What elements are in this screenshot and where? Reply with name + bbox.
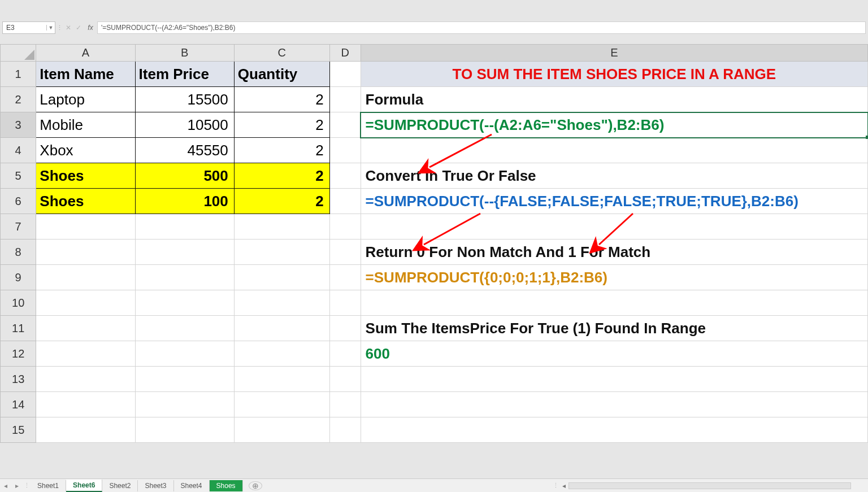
row-header[interactable]: 12 [1,341,36,367]
row-header[interactable]: 8 [1,240,36,265]
cell-E3[interactable]: =SUMPRODUCT(--(A2:A6="Shoes"),B2:B6) [361,112,867,138]
tab-nav-prev-icon[interactable]: ◂ [0,482,11,490]
cell-B3[interactable]: 10500 [135,112,234,138]
row-header[interactable]: 14 [1,392,36,417]
cell-A12[interactable] [36,341,135,367]
cell-D10[interactable] [329,290,361,316]
cell-D4[interactable] [329,138,361,163]
cell-A2[interactable]: Laptop [36,87,135,112]
cell-A1[interactable]: Item Name [36,62,135,87]
sheet-tab[interactable]: Sheet4 [174,480,210,491]
sheet-tab[interactable]: Sheet3 [138,480,173,491]
cell-B7[interactable] [135,214,234,240]
row-header[interactable]: 15 [1,417,36,443]
cell-D9[interactable] [329,265,361,290]
name-box[interactable]: E3 ▼ [2,21,55,34]
row-header[interactable]: 2 [1,87,36,112]
scroll-left-icon[interactable]: ◂ [559,482,568,490]
cell-C3[interactable]: 2 [234,112,329,138]
scroll-track[interactable] [568,482,851,489]
cell-A10[interactable] [36,290,135,316]
cell-D5[interactable] [329,163,361,189]
sheet-tab[interactable]: Sheet2 [102,480,138,491]
cell-C9[interactable] [234,265,329,290]
cell-B5[interactable]: 500 [135,163,234,189]
cell-C4[interactable]: 2 [234,138,329,163]
cell-B2[interactable]: 15500 [135,87,234,112]
cell-C8[interactable] [234,240,329,265]
sheet-tab[interactable]: Sheet6 [66,480,102,492]
cell-B10[interactable] [135,290,234,316]
row-header[interactable]: 5 [1,163,36,189]
cell-B1[interactable]: Item Price [135,62,234,87]
cell-E9[interactable]: =SUMPRODUCT({0;0;0;1;1},B2:B6) [361,265,867,290]
row-header[interactable]: 10 [1,290,36,316]
cell-B11[interactable] [135,316,234,341]
cell-D8[interactable] [329,240,361,265]
row-header[interactable]: 9 [1,265,36,290]
cell-E12[interactable]: 600 [361,341,867,367]
col-header-D[interactable]: D [329,45,361,62]
col-header-B[interactable]: B [135,45,234,62]
row-header[interactable]: 3 [1,112,36,138]
tab-nav-next-icon[interactable]: ▸ [11,482,23,490]
chevron-down-icon[interactable]: ▼ [46,25,55,31]
cell-E2[interactable]: Formula [361,87,867,112]
cell-C2[interactable]: 2 [234,87,329,112]
add-sheet-icon[interactable]: ⊕ [249,481,262,490]
spreadsheet-grid[interactable]: A B C D E 1 Item Name Item Price Quantit… [0,44,868,443]
cell-E10[interactable] [361,290,867,316]
cell-E5[interactable]: Convert In True Or False [361,163,867,189]
cell-C12[interactable] [234,341,329,367]
cell-B6[interactable]: 100 [135,189,234,214]
cell-A4[interactable]: Xbox [36,138,135,163]
sheet-tab[interactable]: Shoes [210,480,243,491]
row-header[interactable]: 6 [1,189,36,214]
cell-E4[interactable] [361,138,867,163]
cell-C7[interactable] [234,214,329,240]
col-header-A[interactable]: A [36,45,135,62]
cell-C6[interactable]: 2 [234,189,329,214]
cell-C5[interactable]: 2 [234,163,329,189]
cell-A8[interactable] [36,240,135,265]
cell-C10[interactable] [234,290,329,316]
cell-E1[interactable]: TO SUM THE ITEM SHOES PRICE IN A RANGE [361,62,867,87]
row-header[interactable]: 13 [1,367,36,392]
row-header[interactable]: 11 [1,316,36,341]
cell-A11[interactable] [36,316,135,341]
cell-C1[interactable]: Quantity [234,62,329,87]
col-header-C[interactable]: C [234,45,329,62]
sheet-tab[interactable]: Sheet1 [31,480,66,491]
cell-B8[interactable] [135,240,234,265]
cell-A7[interactable] [36,214,135,240]
cell-D1[interactable] [329,62,361,87]
cell-A9[interactable] [36,265,135,290]
cell-A6[interactable]: Shoes [36,189,135,214]
cell-D11[interactable] [329,316,361,341]
cell-D12[interactable] [329,341,361,367]
cell-D7[interactable] [329,214,361,240]
select-all-corner[interactable] [1,45,36,62]
cell-B12[interactable] [135,341,234,367]
formula-input[interactable]: '=SUMPRODUCT(--(A2:A6="Shoes"),B2:B6) [97,21,866,34]
cell-E7[interactable] [361,214,867,240]
cell-B9[interactable] [135,265,234,290]
cell-C11[interactable] [234,316,329,341]
cancel-formula-icon[interactable]: ✕ [63,24,73,32]
accept-formula-icon[interactable]: ✓ [73,24,84,32]
horizontal-scrollbar[interactable]: ⋮ ◂ [552,482,851,490]
cell-D2[interactable] [329,87,361,112]
cell-A3[interactable]: Mobile [36,112,135,138]
cell-A5[interactable]: Shoes [36,163,135,189]
cell-B4[interactable]: 45550 [135,138,234,163]
cell-D3[interactable] [329,112,361,138]
col-header-E[interactable]: E [361,45,867,62]
cell-D6[interactable] [329,189,361,214]
cell-E6[interactable]: =SUMPRODUCT(--{FALSE;FALSE;FALSE;TRUE;TR… [361,189,867,214]
row-header[interactable]: 7 [1,214,36,240]
row-header[interactable]: 4 [1,138,36,163]
row-header[interactable]: 1 [1,62,36,87]
cell-E11[interactable]: Sum The ItemsPrice For True (1) Found In… [361,316,867,341]
cell-E8[interactable]: Return 0 For Non Match And 1 For Match [361,240,867,265]
fx-icon[interactable]: fx [84,24,97,32]
